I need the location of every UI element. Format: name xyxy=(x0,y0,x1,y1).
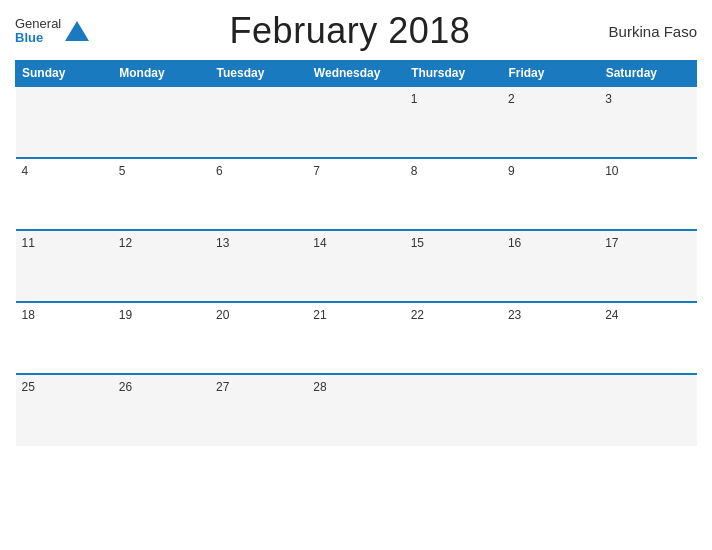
calendar-cell: 16 xyxy=(502,230,599,302)
calendar-cell: 13 xyxy=(210,230,307,302)
calendar-table: Sunday Monday Tuesday Wednesday Thursday… xyxy=(15,60,697,446)
day-number: 24 xyxy=(605,308,618,322)
day-number: 19 xyxy=(119,308,132,322)
calendar-cell: 10 xyxy=(599,158,696,230)
day-number: 11 xyxy=(22,236,35,250)
logo: General Blue xyxy=(15,17,91,46)
calendar-week-row: 25262728 xyxy=(16,374,697,446)
calendar-cell: 22 xyxy=(405,302,502,374)
day-number: 18 xyxy=(22,308,35,322)
day-number: 12 xyxy=(119,236,132,250)
calendar-cell: 12 xyxy=(113,230,210,302)
day-number: 21 xyxy=(313,308,326,322)
calendar-week-row: 11121314151617 xyxy=(16,230,697,302)
day-number: 3 xyxy=(605,92,612,106)
day-number: 13 xyxy=(216,236,229,250)
country-label: Burkina Faso xyxy=(609,23,697,40)
calendar-cell: 6 xyxy=(210,158,307,230)
calendar-thead: Sunday Monday Tuesday Wednesday Thursday… xyxy=(16,61,697,87)
calendar-cell: 4 xyxy=(16,158,113,230)
day-number: 23 xyxy=(508,308,521,322)
day-number: 6 xyxy=(216,164,223,178)
logo-icon xyxy=(63,17,91,45)
calendar-week-row: 123 xyxy=(16,86,697,158)
month-title: February 2018 xyxy=(230,10,471,52)
day-number: 27 xyxy=(216,380,229,394)
calendar-cell: 18 xyxy=(16,302,113,374)
col-friday: Friday xyxy=(502,61,599,87)
day-number: 4 xyxy=(22,164,29,178)
col-tuesday: Tuesday xyxy=(210,61,307,87)
calendar-cell: 2 xyxy=(502,86,599,158)
logo-text: General Blue xyxy=(15,17,61,46)
day-number: 15 xyxy=(411,236,424,250)
day-number: 9 xyxy=(508,164,515,178)
day-number: 25 xyxy=(22,380,35,394)
calendar-cell: 9 xyxy=(502,158,599,230)
day-number: 10 xyxy=(605,164,618,178)
calendar-header: General Blue February 2018 Burkina Faso xyxy=(15,10,697,52)
calendar-wrapper: General Blue February 2018 Burkina Faso … xyxy=(0,0,712,550)
day-number: 14 xyxy=(313,236,326,250)
calendar-cell: 11 xyxy=(16,230,113,302)
calendar-cell: 15 xyxy=(405,230,502,302)
calendar-cell: 5 xyxy=(113,158,210,230)
col-thursday: Thursday xyxy=(405,61,502,87)
day-number: 5 xyxy=(119,164,126,178)
col-sunday: Sunday xyxy=(16,61,113,87)
calendar-cell: 20 xyxy=(210,302,307,374)
calendar-cell xyxy=(16,86,113,158)
calendar-cell: 21 xyxy=(307,302,404,374)
calendar-cell: 1 xyxy=(405,86,502,158)
col-monday: Monday xyxy=(113,61,210,87)
calendar-cell: 19 xyxy=(113,302,210,374)
day-number: 7 xyxy=(313,164,320,178)
calendar-cell: 8 xyxy=(405,158,502,230)
logo-blue: Blue xyxy=(15,31,61,45)
logo-general: General xyxy=(15,17,61,31)
svg-marker-0 xyxy=(65,21,89,41)
day-number: 16 xyxy=(508,236,521,250)
day-number: 28 xyxy=(313,380,326,394)
calendar-cell xyxy=(210,86,307,158)
calendar-week-row: 45678910 xyxy=(16,158,697,230)
calendar-cell xyxy=(599,374,696,446)
calendar-cell: 23 xyxy=(502,302,599,374)
calendar-cell xyxy=(405,374,502,446)
calendar-cell: 7 xyxy=(307,158,404,230)
day-number: 1 xyxy=(411,92,418,106)
calendar-cell xyxy=(502,374,599,446)
col-wednesday: Wednesday xyxy=(307,61,404,87)
day-number: 8 xyxy=(411,164,418,178)
calendar-cell xyxy=(113,86,210,158)
day-number: 2 xyxy=(508,92,515,106)
calendar-cell: 14 xyxy=(307,230,404,302)
day-number: 26 xyxy=(119,380,132,394)
calendar-cell: 25 xyxy=(16,374,113,446)
calendar-cell xyxy=(307,86,404,158)
col-saturday: Saturday xyxy=(599,61,696,87)
calendar-tbody: 1234567891011121314151617181920212223242… xyxy=(16,86,697,446)
calendar-cell: 24 xyxy=(599,302,696,374)
weekday-header-row: Sunday Monday Tuesday Wednesday Thursday… xyxy=(16,61,697,87)
day-number: 20 xyxy=(216,308,229,322)
calendar-cell: 27 xyxy=(210,374,307,446)
calendar-cell: 3 xyxy=(599,86,696,158)
calendar-week-row: 18192021222324 xyxy=(16,302,697,374)
calendar-cell: 28 xyxy=(307,374,404,446)
day-number: 17 xyxy=(605,236,618,250)
day-number: 22 xyxy=(411,308,424,322)
calendar-cell: 26 xyxy=(113,374,210,446)
calendar-cell: 17 xyxy=(599,230,696,302)
